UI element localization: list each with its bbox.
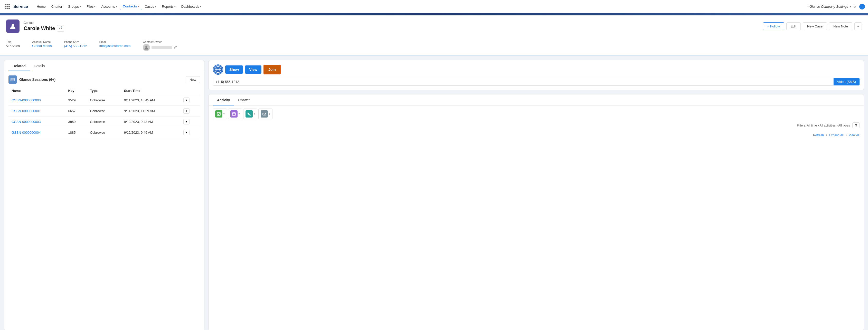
info-button[interactable]: i: [859, 4, 865, 9]
nav-chatter[interactable]: Chatter: [49, 3, 65, 10]
activity-footer: Refresh • Expand All • View All: [209, 133, 864, 140]
owner-row: [143, 44, 177, 51]
svg-rect-6: [5, 8, 6, 9]
expand-all-link[interactable]: Expand All: [829, 133, 844, 137]
email-icon: [261, 110, 268, 118]
refresh-link[interactable]: Refresh: [813, 133, 824, 137]
col-start-header: Start Time: [121, 87, 180, 95]
svg-rect-7: [7, 8, 8, 9]
field-account: Account Name Global Media: [32, 40, 52, 51]
contact-header-left: Contact Carole White: [6, 20, 64, 33]
account-value[interactable]: Global Media: [32, 44, 52, 48]
view-button[interactable]: View: [245, 65, 261, 74]
tab-chatter[interactable]: Chatter: [234, 94, 254, 105]
session-start: 9/11/2023, 10:45 AM: [121, 95, 180, 106]
left-panel: Related Details Glance Sessions (6+) New: [4, 60, 205, 330]
wave-divider: [0, 13, 868, 15]
email-chevron-icon: ▾: [269, 113, 270, 115]
nav-right: * Glance Company Settings ▾ ✕ i: [807, 4, 865, 10]
filters-gear-button[interactable]: ⚙: [852, 122, 860, 128]
nav-home[interactable]: Home: [34, 3, 48, 10]
session-start: 9/11/2023, 11:29 AM: [121, 106, 180, 117]
event-icon: [230, 110, 238, 118]
contact-fields: Title VP Sales Account Name Global Media…: [0, 37, 868, 56]
phone-input[interactable]: [213, 78, 834, 86]
activity-body: ▾ ▾: [209, 105, 864, 133]
header-actions: + Follow Edit New Case New Note ▾: [763, 22, 862, 30]
svg-rect-0: [5, 4, 6, 5]
activity-tabs: Activity Chatter: [209, 94, 864, 105]
files-chevron-icon: ▾: [94, 5, 96, 8]
field-email: Email info@salesforce.com: [99, 40, 131, 51]
new-note-button[interactable]: New Note: [829, 22, 852, 30]
email-value[interactable]: info@salesforce.com: [99, 44, 131, 48]
svg-rect-26: [263, 113, 266, 115]
activity-icons-row: ▾ ▾: [213, 108, 860, 119]
sessions-section: Glance Sessions (6+) New Name Key Type S…: [4, 71, 204, 142]
contact-header: Contact Carole White + Follow Edit New C…: [0, 15, 868, 37]
owner-edit-icon[interactable]: [174, 45, 177, 50]
more-actions-button[interactable]: ▾: [855, 22, 862, 30]
email-icon-btn[interactable]: ▾: [258, 108, 273, 119]
svg-point-16: [215, 66, 221, 73]
col-key-header: Key: [65, 87, 87, 95]
change-owner-button[interactable]: [57, 25, 64, 32]
event-icon-btn[interactable]: ▾: [228, 108, 242, 119]
accounts-chevron-icon: ▾: [116, 5, 117, 8]
new-case-button[interactable]: New Case: [803, 22, 827, 30]
session-type: Cobrowse: [87, 127, 121, 138]
svg-rect-13: [11, 78, 14, 81]
video-sms-button[interactable]: Video (SMS): [834, 78, 860, 86]
show-button[interactable]: Show: [225, 65, 243, 74]
glance-close-icon[interactable]: ✕: [852, 4, 858, 10]
app-grid-icon[interactable]: [3, 3, 11, 11]
tab-related[interactable]: Related: [8, 60, 30, 71]
session-name: GSSN-0000000004: [8, 127, 65, 138]
nav-contacts[interactable]: Contacts ▾: [120, 3, 142, 10]
task-icon-btn[interactable]: ▾: [213, 108, 227, 119]
session-name: GSSN-0000000003: [8, 117, 65, 127]
glance-top: Show View Join: [213, 64, 860, 75]
owner-name-placeholder: [152, 46, 172, 49]
col-name-header: Name: [8, 87, 65, 95]
row-dropdown-button[interactable]: ▾: [183, 108, 189, 114]
svg-rect-8: [8, 8, 10, 9]
nav-cases[interactable]: Cases ▾: [142, 3, 159, 10]
call-icon-btn[interactable]: ▾: [243, 108, 257, 119]
view-all-link[interactable]: View All: [849, 133, 860, 137]
session-name: GSSN-0000000001: [8, 106, 65, 117]
nav-dashboards[interactable]: Dashboards ▾: [179, 3, 204, 10]
row-dropdown-button[interactable]: ▾: [183, 130, 189, 135]
svg-rect-3: [5, 6, 6, 7]
table-row: GSSN-0000000001 6657 Cobrowse 9/11/2023,…: [8, 106, 200, 117]
svg-rect-2: [8, 4, 10, 5]
task-chevron-icon: ▾: [223, 113, 225, 115]
nav-groups[interactable]: Groups ▾: [65, 3, 84, 10]
contact-name: Carole White: [24, 25, 55, 31]
nav-files[interactable]: Files ▾: [84, 3, 98, 10]
nav-accounts[interactable]: Accounts ▾: [99, 3, 119, 10]
nav-reports[interactable]: Reports ▾: [159, 3, 178, 10]
follow-button[interactable]: + Follow: [763, 22, 784, 30]
svg-rect-22: [232, 113, 236, 116]
owner-label: Contact Owner: [143, 40, 177, 43]
call-icon: [246, 110, 253, 118]
main-content: Related Details Glance Sessions (6+) New: [0, 56, 868, 330]
new-session-button[interactable]: New: [186, 76, 200, 83]
edit-button[interactable]: Edit: [786, 22, 801, 30]
row-dropdown-button[interactable]: ▾: [183, 119, 189, 125]
phone-label: Phone (2) ▾: [64, 40, 87, 44]
tab-activity[interactable]: Activity: [213, 94, 234, 105]
svg-point-12: [145, 46, 147, 48]
glance-settings-label[interactable]: * Glance Company Settings: [807, 5, 848, 8]
phone-value[interactable]: (415) 555-1212: [64, 44, 87, 48]
table-row: GSSN-0000000003 3859 Cobrowse 9/12/2023,…: [8, 117, 200, 127]
title-label: Title: [6, 40, 20, 43]
tab-details[interactable]: Details: [30, 60, 49, 71]
sessions-header: Glance Sessions (6+) New: [8, 75, 200, 84]
cases-chevron-icon: ▾: [155, 5, 156, 8]
row-dropdown-button[interactable]: ▾: [183, 98, 189, 103]
phone-dropdown-icon[interactable]: ▾: [77, 40, 79, 43]
top-nav: Service Home Chatter Groups ▾ Files ▾ Ac…: [0, 0, 868, 13]
join-button[interactable]: Join: [264, 65, 281, 74]
